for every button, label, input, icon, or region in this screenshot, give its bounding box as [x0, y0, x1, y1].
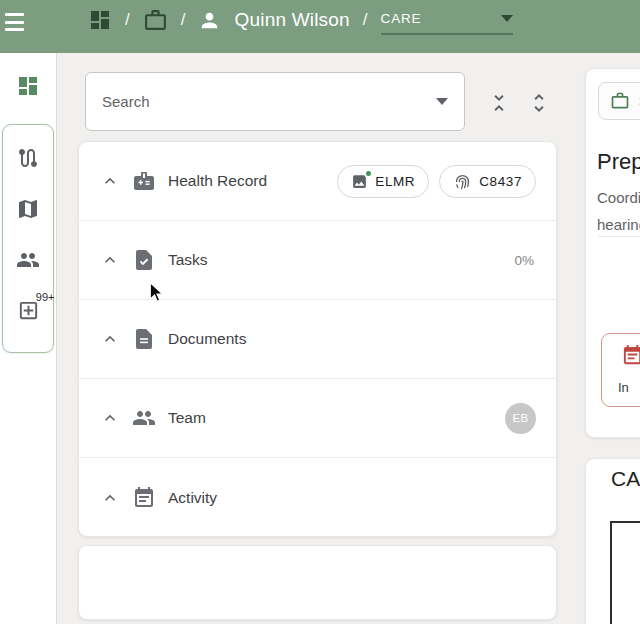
icon-sidebar: 99+ — [0, 53, 57, 624]
expand-all-button[interactable] — [526, 90, 552, 116]
detail-title: Prep — [597, 149, 640, 175]
add-record-icon[interactable]: 99+ — [17, 299, 40, 322]
unfold-more-icon — [527, 91, 551, 115]
outlined-box — [610, 521, 640, 624]
context-select[interactable]: CARE — [381, 11, 513, 35]
chevron-up-icon[interactable] — [100, 329, 120, 349]
health-badge-icon — [132, 169, 156, 193]
description-line: Coordi — [597, 184, 640, 211]
hamburger-menu-button[interactable] — [5, 11, 33, 33]
care-card: CA — [585, 458, 640, 624]
section-team[interactable]: Team EB — [79, 379, 556, 458]
notification-badge: 99+ — [36, 291, 55, 303]
tasks-progress-label: 0% — [514, 253, 534, 268]
badge-label: C8437 — [479, 174, 522, 189]
route-icon[interactable] — [16, 146, 40, 170]
user-name: Quinn Wilson — [234, 9, 349, 31]
chevron-up-icon[interactable] — [100, 250, 120, 270]
people-icon[interactable] — [16, 248, 40, 272]
chevron-up-icon[interactable] — [100, 488, 120, 508]
section-label: Tasks — [168, 251, 208, 269]
section-label: Team — [168, 409, 206, 427]
photo-icon — [351, 173, 368, 190]
breadcrumb-separator: / — [363, 10, 368, 30]
section-health-record[interactable]: Health Record ELMR C8437 — [79, 142, 556, 221]
dropdown-caret-icon[interactable] — [436, 98, 448, 105]
document-icon — [132, 327, 156, 351]
empty-card — [78, 545, 557, 620]
detail-description: Coordi hearing — [597, 184, 640, 238]
search-input[interactable] — [102, 93, 436, 110]
alert-label: In — [618, 380, 629, 395]
context-select-value: CARE — [381, 11, 422, 26]
activity-calendar-icon — [132, 486, 156, 510]
calendar-alert-icon — [621, 344, 640, 367]
unfold-less-icon — [487, 91, 511, 115]
elmr-badge[interactable]: ELMR — [337, 165, 429, 198]
badge-label: ELMR — [375, 174, 415, 189]
search-combobox[interactable] — [85, 72, 465, 131]
dashboard-icon[interactable] — [88, 8, 112, 32]
top-header: / / Quinn Wilson / CARE — [0, 0, 640, 53]
id-badge[interactable]: C8437 — [439, 165, 536, 198]
service-chip[interactable]: S — [598, 82, 640, 120]
section-documents[interactable]: Documents — [79, 300, 556, 379]
team-icon — [132, 406, 156, 430]
breadcrumb-separator: / — [181, 10, 186, 30]
section-label: Documents — [168, 330, 246, 348]
briefcase-icon — [610, 91, 630, 111]
section-activity[interactable]: Activity — [79, 458, 556, 537]
sidebar-dashboard-icon[interactable] — [16, 74, 40, 98]
divider — [598, 236, 640, 237]
briefcase-icon[interactable] — [143, 8, 168, 33]
team-member-avatar[interactable]: EB — [505, 403, 536, 434]
chevron-up-icon[interactable] — [100, 408, 120, 428]
task-detail-card: S Prep Coordi hearing In — [585, 68, 640, 438]
status-dot — [364, 169, 373, 178]
breadcrumb: / / Quinn Wilson / CARE — [88, 0, 513, 40]
app-window: / / Quinn Wilson / CARE — [0, 0, 640, 624]
chevron-down-icon — [501, 15, 513, 22]
map-icon[interactable] — [16, 197, 40, 221]
fingerprint-icon — [453, 172, 472, 191]
chevron-up-icon[interactable] — [100, 171, 120, 191]
section-label: Health Record — [168, 172, 267, 190]
alert-card[interactable]: In — [601, 333, 640, 407]
patient-sections-card: Health Record ELMR C8437 — [78, 141, 557, 537]
care-card-title: CA — [611, 467, 640, 491]
section-tasks[interactable]: Tasks 0% — [79, 221, 556, 300]
section-label: Activity — [168, 489, 217, 507]
breadcrumb-separator: / — [125, 10, 130, 30]
person-icon — [198, 9, 221, 32]
collapse-all-button[interactable] — [486, 90, 512, 116]
sidebar-nav-group: 99+ — [2, 124, 54, 353]
hamburger-icon — [5, 13, 24, 16]
task-icon — [132, 248, 156, 272]
description-line: hearing — [597, 211, 640, 238]
